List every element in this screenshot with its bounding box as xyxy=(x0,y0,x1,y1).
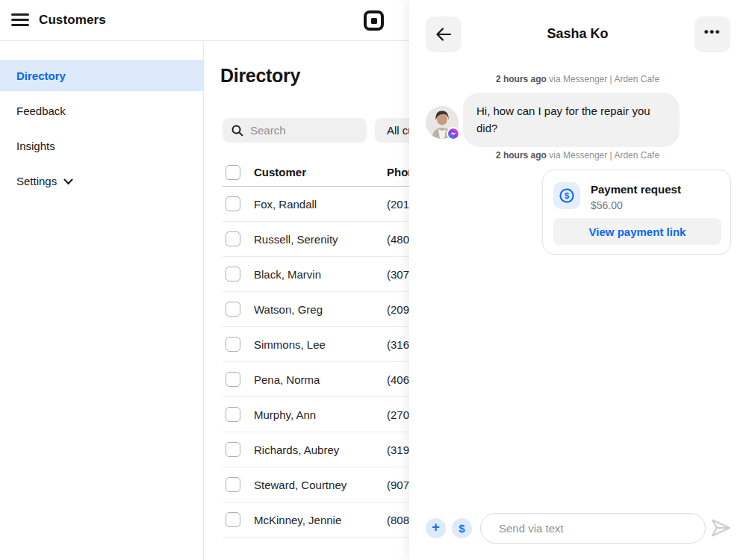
messenger-badge-icon xyxy=(447,127,460,140)
customer-name: Black, Marvin xyxy=(254,268,321,281)
timestamp-time: 2 hours ago xyxy=(496,150,547,161)
payment-request-title: Payment request xyxy=(591,183,681,196)
sidebar-item-insights[interactable]: Insights xyxy=(0,130,203,161)
row-checkbox[interactable] xyxy=(226,267,240,281)
message-timestamp: 2 hours ago via Messenger | Arden Cafe xyxy=(409,150,746,161)
customer-name: Steward, Courtney xyxy=(254,479,346,491)
square-logo-icon xyxy=(364,10,384,31)
svg-text:$: $ xyxy=(565,191,569,200)
page-title: Directory xyxy=(220,65,300,87)
payment-request-card: $ Payment request $56.00 View payment li… xyxy=(542,169,731,255)
customer-name: Richards, Aubrey xyxy=(254,444,339,456)
customer-name: Russell, Serenity xyxy=(254,233,338,246)
select-all-checkbox[interactable] xyxy=(226,165,240,180)
customer-search[interactable]: Search xyxy=(223,118,367,143)
top-bar: Customers xyxy=(0,0,418,41)
sidebar-item-feedback[interactable]: Feedback xyxy=(0,95,203,126)
sidebar-item-label: Insights xyxy=(16,140,55,152)
timestamp-time: 2 hours ago xyxy=(496,74,547,84)
row-checkbox[interactable] xyxy=(226,372,240,387)
conversation-panel: Sasha Ko ••• 2 hours ago via Messenger |… xyxy=(409,0,746,560)
sidebar-item-label: Feedback xyxy=(16,105,66,117)
row-checkbox[interactable] xyxy=(226,302,240,317)
plus-icon: + xyxy=(432,520,440,535)
timestamp-channel: via Messenger | Arden Cafe xyxy=(547,74,659,84)
row-checkbox[interactable] xyxy=(226,407,240,422)
sidebar: Directory Feedback Insights Settings xyxy=(0,42,203,560)
sidebar-item-label: Directory xyxy=(16,69,66,82)
timestamp-channel: via Messenger | Arden Cafe xyxy=(547,150,659,161)
send-message-icon[interactable] xyxy=(709,517,732,539)
customer-name: Fox, Randall xyxy=(254,198,317,211)
search-placeholder: Search xyxy=(250,124,286,137)
incoming-message-bubble: Hi, how can I pay for the repair you did… xyxy=(463,93,680,147)
row-checkbox[interactable] xyxy=(226,337,240,352)
request-payment-button[interactable]: $ xyxy=(452,518,472,538)
customer-name: Watson, Greg xyxy=(254,303,323,316)
menu-icon[interactable] xyxy=(11,13,29,28)
view-payment-link-button[interactable]: View payment link xyxy=(553,218,721,245)
payment-amount: $56.00 xyxy=(591,199,623,211)
customer-name: McKinney, Jennie xyxy=(254,514,341,526)
dollar-icon: $ xyxy=(459,522,464,535)
sidebar-item-settings[interactable]: Settings xyxy=(0,165,203,196)
more-options-button[interactable]: ••• xyxy=(694,16,730,52)
customer-name: Simmons, Lee xyxy=(254,338,326,351)
sidebar-divider xyxy=(203,42,204,560)
message-input-field[interactable] xyxy=(480,513,706,544)
row-checkbox[interactable] xyxy=(226,442,240,457)
payment-icon-tile: $ xyxy=(553,182,580,209)
row-checkbox[interactable] xyxy=(226,196,240,211)
view-payment-link-label: View payment link xyxy=(589,225,686,238)
customer-name: Murphy, Ann xyxy=(254,408,316,421)
message-composer: + $ xyxy=(409,508,746,547)
dollar-circle-icon: $ xyxy=(559,187,575,204)
app-window: Customers Directory Feedback Insights Se… xyxy=(0,0,746,560)
customer-avatar[interactable] xyxy=(426,106,459,139)
row-checkbox[interactable] xyxy=(226,231,240,246)
row-checkbox[interactable] xyxy=(226,512,240,527)
customer-name: Pena, Norma xyxy=(254,373,320,386)
add-attachment-button[interactable]: + xyxy=(426,518,446,538)
app-title: Customers xyxy=(39,13,106,28)
ellipsis-icon: ••• xyxy=(704,25,721,40)
chevron-down-icon xyxy=(63,178,73,185)
row-checkbox[interactable] xyxy=(226,477,240,492)
column-customer: Customer xyxy=(254,166,306,178)
search-icon xyxy=(231,125,243,137)
message-input[interactable] xyxy=(499,522,671,535)
sidebar-item-directory[interactable]: Directory xyxy=(0,60,203,91)
message-timestamp: 2 hours ago via Messenger | Arden Cafe xyxy=(409,74,746,84)
sidebar-item-label: Settings xyxy=(16,175,57,187)
